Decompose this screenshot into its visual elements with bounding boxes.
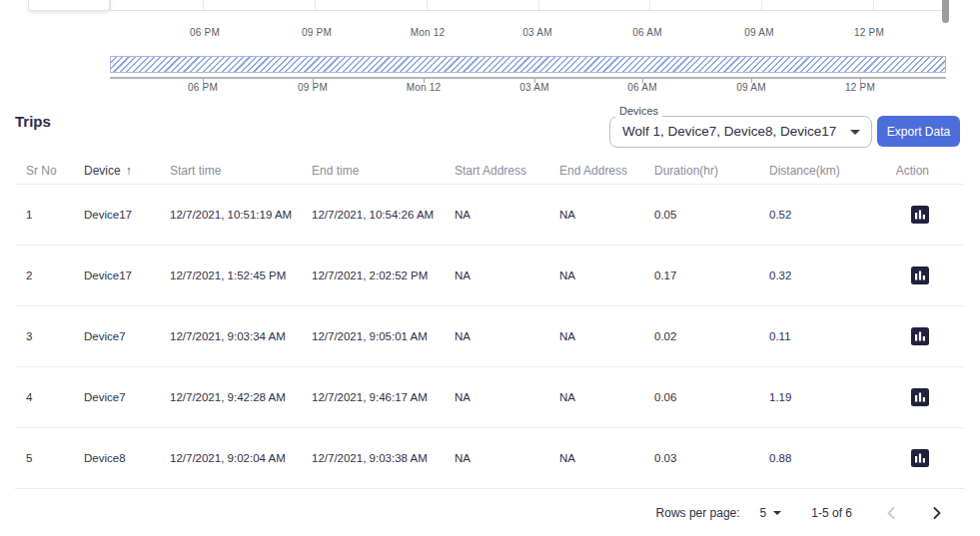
bar-chart-icon (911, 449, 929, 467)
tick-label: 06 PM (171, 82, 235, 93)
scrollbar-thumb[interactable] (942, 0, 949, 23)
chart-baseline (110, 10, 944, 11)
tick-label: 09 AM (719, 82, 783, 93)
cell-end-address: NA (559, 391, 654, 403)
table-row: 4 Device7 12/7/2021, 9:42:28 AM 12/7/202… (15, 367, 964, 428)
trip-chart-action-button[interactable] (911, 388, 929, 406)
chevron-down-icon (850, 130, 860, 135)
cell-end-address: NA (559, 452, 654, 464)
rows-per-page-label: Rows per page: (656, 506, 740, 520)
table-pagination: Rows per page: 5 1-5 of 6 (15, 488, 964, 536)
cell-device: Device7 (84, 330, 170, 342)
cell-end-time: 12/7/2021, 10:54:26 AM (312, 209, 455, 221)
cell-distance: 0.88 (769, 452, 859, 464)
page-title: Trips (15, 113, 51, 130)
chart-overlay-box-fragment (28, 0, 110, 11)
cell-start-address: NA (455, 269, 559, 281)
cell-end-time: 12/7/2021, 9:03:38 AM (312, 452, 455, 464)
column-header-start-time: Start time (170, 164, 312, 178)
cell-end-address: NA (559, 209, 654, 221)
tick-label: Mon 12 (396, 27, 460, 38)
cell-distance: 0.52 (769, 209, 859, 221)
cell-end-address: NA (559, 330, 654, 342)
cell-duration: 0.05 (654, 209, 769, 221)
cell-duration: 0.17 (654, 269, 769, 281)
devices-select-label: Devices (615, 105, 662, 117)
export-data-button[interactable]: Export Data (877, 116, 960, 147)
cell-start-address: NA (455, 330, 559, 342)
tick-label: 03 AM (502, 82, 566, 93)
table-row: 1 Device17 12/7/2021, 10:51:19 AM 12/7/2… (15, 185, 964, 246)
bar-chart-icon (911, 327, 929, 345)
tick-label: 09 AM (727, 27, 791, 38)
timeline-axis-line (110, 77, 946, 79)
chevron-down-icon (773, 511, 781, 515)
trip-chart-action-button[interactable] (911, 327, 929, 345)
chart-gridline (203, 0, 204, 10)
pagination-range-label: 1-5 of 6 (811, 506, 852, 520)
chevron-right-icon (932, 506, 942, 520)
cell-sr-no: 3 (26, 330, 84, 342)
column-header-sr-no: Sr No (26, 164, 84, 178)
column-header-start-address: Start Address (455, 164, 559, 178)
cell-duration: 0.06 (654, 391, 769, 403)
column-header-duration: Duration(hr) (654, 164, 769, 178)
trip-chart-action-button[interactable] (911, 449, 929, 467)
cell-start-time: 12/7/2021, 9:42:28 AM (170, 391, 312, 403)
tick-label: 06 AM (610, 82, 674, 93)
cell-device: Device7 (84, 391, 170, 403)
cell-sr-no: 4 (26, 391, 84, 403)
cell-start-address: NA (455, 209, 559, 221)
column-header-distance: Distance(km) (769, 164, 859, 178)
column-header-action: Action (859, 164, 929, 178)
cell-device: Device17 (84, 209, 170, 221)
column-header-device[interactable]: Device↑ (84, 164, 170, 178)
cell-start-address: NA (455, 452, 559, 464)
cell-start-address: NA (455, 391, 559, 403)
chart-gridline (649, 0, 650, 10)
tick-label: 03 AM (505, 27, 569, 38)
tick-label: 09 PM (281, 82, 345, 93)
chart-gridline (427, 0, 428, 10)
cell-start-time: 12/7/2021, 9:02:04 AM (170, 452, 312, 464)
tick-label: 09 PM (285, 27, 349, 38)
trip-chart-action-button[interactable] (911, 267, 929, 284)
column-header-end-address: End Address (559, 164, 654, 178)
tick-label: 06 AM (615, 27, 679, 38)
cell-start-time: 12/7/2021, 10:51:19 AM (170, 209, 312, 221)
chart-gridline (110, 0, 111, 10)
tick-label: 06 PM (173, 27, 237, 38)
chart-gridline (538, 0, 539, 10)
cell-start-time: 12/7/2021, 1:52:45 PM (170, 269, 312, 281)
column-header-device-label: Device (84, 164, 121, 178)
table-row: 3 Device7 12/7/2021, 9:03:34 AM 12/7/202… (15, 306, 964, 367)
cell-end-time: 12/7/2021, 2:02:52 PM (312, 269, 455, 281)
cell-end-time: 12/7/2021, 9:05:01 AM (312, 330, 455, 342)
cell-device: Device17 (84, 269, 170, 281)
cell-distance: 0.32 (769, 269, 859, 281)
timeline-brush-bar[interactable] (110, 56, 946, 73)
next-page-button[interactable] (930, 504, 944, 522)
devices-select[interactable]: Wolf 1, Device7, Device8, Device17 (609, 116, 872, 148)
cell-duration: 0.02 (654, 330, 769, 342)
tick-label: 12 PM (828, 82, 892, 93)
cell-distance: 0.11 (769, 330, 859, 342)
cell-duration: 0.03 (654, 452, 769, 464)
trips-report-page: 06 PM 09 PM Mon 12 03 AM 06 AM 09 AM 12 … (0, 0, 980, 536)
trip-chart-action-button[interactable] (911, 206, 929, 224)
cell-device: Device8 (84, 452, 170, 464)
bar-chart-icon (911, 206, 929, 224)
previous-page-button[interactable] (884, 504, 898, 522)
table-row: 2 Device17 12/7/2021, 1:52:45 PM 12/7/20… (15, 246, 964, 306)
cell-end-time: 12/7/2021, 9:46:17 AM (312, 391, 455, 403)
cell-sr-no: 5 (26, 452, 84, 464)
bar-chart-icon (911, 267, 929, 284)
cell-end-address: NA (559, 269, 654, 281)
tick-label: 12 PM (837, 27, 901, 38)
cell-sr-no: 1 (26, 209, 84, 221)
cell-distance: 1.19 (769, 391, 859, 403)
devices-select-value: Wolf 1, Device7, Device8, Device17 (622, 117, 836, 147)
rows-per-page-select[interactable]: 5 (760, 506, 782, 520)
cell-start-time: 12/7/2021, 9:03:34 AM (170, 330, 312, 342)
chart-gridline (315, 0, 316, 10)
